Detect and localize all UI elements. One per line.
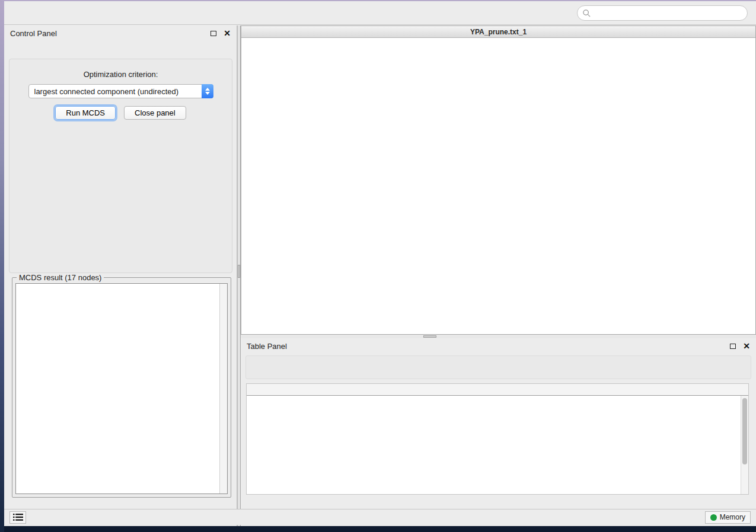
search-input[interactable] — [594, 9, 742, 17]
run-mcds-button[interactable]: Run MCDS — [55, 106, 116, 120]
control-panel: Control Panel ✕ Optimization criterion: … — [4, 25, 237, 526]
table-panel: Table Panel ✕ — [241, 338, 756, 511]
table-panel-title: Table Panel — [247, 342, 730, 351]
mcds-list-scrollbar[interactable] — [219, 284, 227, 493]
mcds-result-list[interactable] — [16, 284, 219, 493]
network-window-titlebar[interactable]: YPA_prune.txt_1 — [241, 26, 755, 38]
mcds-result-title: MCDS result (17 nodes) — [17, 273, 104, 282]
close-panel-icon[interactable]: ✕ — [743, 343, 750, 349]
control-panel-title: Control Panel — [10, 29, 210, 38]
search-box[interactable] — [577, 5, 748, 21]
memory-label: Memory — [720, 513, 745, 521]
task-list-icon — [13, 513, 23, 521]
dropdown-stepper-icon — [202, 84, 213, 98]
table-toolbar — [245, 355, 751, 379]
network-canvas[interactable] — [241, 39, 755, 334]
status-bar: Memory — [4, 509, 756, 525]
close-panel-icon[interactable]: ✕ — [224, 30, 231, 36]
float-panel-icon[interactable] — [210, 31, 216, 36]
right-region: YPA_prune.txt_1 Table Panel ✕ — [241, 25, 756, 526]
splitter-grip[interactable] — [238, 265, 240, 278]
network-view-window: YPA_prune.txt_1 — [241, 25, 756, 335]
task-history-button[interactable] — [9, 511, 26, 524]
criterion-dropdown[interactable]: largest connected component (undirected) — [28, 84, 213, 98]
main-toolbar — [4, 1, 756, 25]
desktop-wallpaper-strip — [0, 0, 4, 532]
node-table[interactable] — [246, 383, 749, 495]
mcds-result-group: MCDS result (17 nodes) — [12, 277, 231, 498]
criterion-value: largest connected component (undirected) — [34, 87, 179, 96]
memory-status-icon — [710, 514, 717, 521]
network-graph[interactable] — [241, 39, 755, 334]
mcds-section: Optimization criterion: largest connecte… — [9, 59, 232, 273]
scrollbar-thumb[interactable] — [742, 398, 747, 464]
table-header-row — [247, 384, 748, 396]
close-panel-button[interactable]: Close panel — [124, 106, 186, 120]
float-panel-icon[interactable] — [730, 344, 736, 349]
splitter-grip[interactable] — [423, 335, 436, 338]
cytoscape-window: Control Panel ✕ Optimization criterion: … — [4, 0, 756, 525]
table-scrollbar[interactable] — [741, 396, 748, 494]
search-icon — [582, 9, 591, 18]
optimization-label: Optimization criterion: — [9, 70, 232, 79]
memory-button[interactable]: Memory — [705, 511, 751, 524]
network-window-title: YPA_prune.txt_1 — [241, 28, 755, 36]
